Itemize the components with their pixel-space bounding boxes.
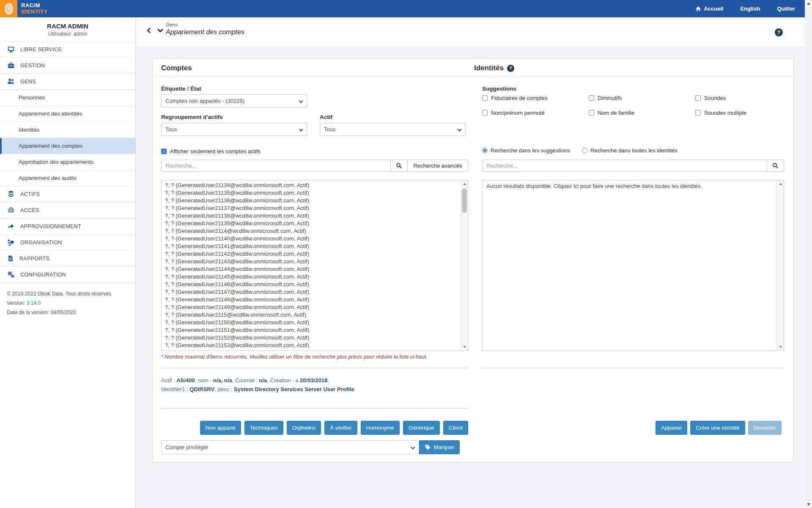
apparier-button[interactable]: Apparier (656, 421, 687, 435)
tag-button-orphelins[interactable]: Orphelins (287, 421, 321, 435)
comptes-search-button[interactable] (390, 160, 408, 172)
search-icon (772, 163, 779, 169)
account-list-item[interactable]: ?, ? (GeneratedUser21148@wcd8w.onmicroso… (165, 296, 461, 304)
page-scrollbar[interactable] (805, 0, 812, 508)
creer-une-identite-button[interactable]: Créer une identité (690, 421, 745, 435)
account-list-item[interactable]: ?, ? (GeneratedUser21146@wcd8w.onmicroso… (165, 281, 461, 288)
show-active-checkbox-row: ✓ Afficher seulement les comptes actifs (161, 148, 261, 155)
advanced-search-button[interactable]: Recherche avancée (407, 160, 468, 172)
mark-select[interactable]: Compte privilégié (161, 440, 419, 454)
account-list-item[interactable]: ?, ? (GeneratedUser21138@wcd8w.onmicroso… (165, 212, 461, 220)
sidebar-item-rapports[interactable]: RAPPORTS (0, 251, 135, 267)
scroll-down-icon[interactable] (777, 343, 784, 351)
account-list-item[interactable]: ?, ? (GeneratedUser21134@wcd8w.onmicroso… (165, 182, 461, 189)
etiquette-select[interactable]: Comptes non appariés - (30229) (161, 94, 307, 108)
account-list-item[interactable]: ?, ? (GeneratedUser21144@wcd8w.onmicroso… (165, 265, 461, 273)
account-list-item[interactable]: ?, ? (GeneratedUser2114@wcd8w.onmicrosof… (165, 227, 461, 235)
account-list-item[interactable]: ?, ? (GeneratedUser21153@wcd8w.onmicroso… (165, 342, 461, 349)
sidebar-item-acces[interactable]: ACCÈS (0, 202, 135, 218)
checkbox-soundex-multiple[interactable] (695, 110, 701, 116)
checkbox-label: Nom/prénom permuté (491, 110, 544, 116)
account-list-item[interactable]: ?, ? (GeneratedUser21149@wcd8w.onmicroso… (165, 304, 461, 311)
regroupement-select[interactable]: Tous (161, 123, 307, 136)
page-help-icon[interactable]: ? (775, 28, 783, 36)
header-nav-label: Accueil (704, 6, 723, 12)
sidebar-item-configuration[interactable]: CONFIGURATION (0, 267, 135, 283)
account-list-item[interactable]: ?, ? (GeneratedUser21150@wcd8w.onmicroso… (165, 319, 461, 326)
account-list-item[interactable]: ?, ? (GeneratedUser21137@wcd8w.onmicroso… (165, 204, 461, 212)
account-list-item[interactable]: ?, ? (GeneratedUser21141@wcd8w.onmicroso… (165, 243, 461, 250)
radio-button[interactable] (582, 148, 587, 153)
page-scroll-down-icon[interactable] (805, 501, 812, 508)
identites-help-icon[interactable]: ? (507, 65, 514, 72)
sidebar-item-appariement-des-audits[interactable]: Appariement des audits (0, 170, 135, 186)
sidebar-item-approbation-des-appariements[interactable]: Approbation des appariements (0, 154, 135, 170)
checkbox-nom-prenom-permute[interactable] (482, 110, 488, 116)
comptes-search-input[interactable] (161, 160, 391, 172)
account-list-item[interactable]: ?, ? (GeneratedUser21140@wcd8w.onmicroso… (165, 235, 461, 243)
account-list-item[interactable]: ?, ? (GeneratedUser21139@wcd8w.onmicroso… (165, 220, 461, 227)
identities-list-scrollbar[interactable] (776, 180, 784, 351)
account-list-item[interactable]: ?, ? (GeneratedUser2115@wcd8w.onmicrosof… (165, 311, 461, 319)
marquer-button[interactable]: Marquer (419, 440, 460, 454)
header-nav-quitter[interactable]: Quitter (777, 6, 795, 12)
accounts-list-scrollbar[interactable] (461, 180, 468, 351)
account-list-item[interactable]: ?, ? (GeneratedUser21142@wcd8w.onmicroso… (165, 250, 461, 258)
checkbox-nom-de-famille[interactable] (589, 110, 594, 116)
account-list-item[interactable]: ?, ? (GeneratedUser21135@wcd8w.onmicroso… (165, 189, 461, 197)
tag-button-a-verifier[interactable]: À vérifier (324, 421, 357, 435)
identites-search-button[interactable] (767, 160, 784, 172)
sidebar-item-personnes[interactable]: Personnes (0, 90, 135, 106)
scroll-up-icon[interactable] (777, 180, 784, 188)
sidebar-item-organisation[interactable]: ORGANISATION (0, 235, 135, 251)
search-scope-radios: Recherche dans les suggestionsRecherche … (482, 147, 678, 154)
account-list-item[interactable]: ?, ? (GeneratedUser21151@wcd8w.onmicroso… (165, 326, 461, 334)
identites-search-input[interactable] (482, 160, 767, 172)
radio-button[interactable] (482, 148, 488, 153)
account-list-item[interactable]: ?, ? (GeneratedUser21147@wcd8w.onmicroso… (165, 288, 461, 296)
radio-recherche-dans-les-suggestions[interactable]: Recherche dans les suggestions (482, 147, 570, 154)
show-active-checkbox[interactable]: ✓ (161, 149, 167, 154)
tag-button-non-apparie[interactable]: Non apparié (200, 421, 241, 435)
sidebar-item-label: APPROVISIONNEMENT (20, 224, 81, 229)
sidebar-item-identites[interactable]: Identités (0, 122, 135, 138)
brand-line1: RAC/M (21, 2, 47, 8)
tag-button-homonyme[interactable]: Homonyme (361, 421, 400, 435)
identities-listbox[interactable]: Aucun résultats disponible. Cliquez ici … (482, 180, 784, 351)
scroll-up-icon[interactable] (461, 180, 468, 188)
chevron-down-icon[interactable] (157, 27, 164, 34)
sidebar-item-appariement-des-comptes[interactable]: Appariement des comptes (0, 138, 135, 154)
sidebar-item-gestion[interactable]: GESTION (0, 58, 135, 74)
scrollbar-thumb[interactable] (462, 188, 467, 213)
account-list-item[interactable]: ?, ? (GeneratedUser21136@wcd8w.onmicroso… (165, 197, 461, 204)
header-nav-accueil[interactable]: Accueil (695, 6, 723, 12)
accounts-listbox[interactable]: ?, ? (GeneratedUser21134@wcd8w.onmicroso… (161, 180, 468, 351)
version-link[interactable]: 3.14.0 (27, 300, 41, 306)
tag-button-generique[interactable]: Générique (403, 421, 440, 435)
checkbox-soundex[interactable] (695, 95, 701, 101)
app-logo[interactable] (0, 0, 17, 17)
tag-button-client[interactable]: Client (443, 421, 468, 435)
page-scroll-up-icon[interactable] (805, 0, 812, 7)
header-nav-english[interactable]: English (740, 6, 760, 12)
detail-value: n/a, n/a (213, 377, 232, 384)
checkbox-fiduciaires-de-comptes[interactable] (482, 95, 488, 101)
account-list-item[interactable]: ?, ? (GeneratedUser21143@wcd8w.onmicroso… (165, 258, 461, 265)
sidebar-item-libre-service[interactable]: LIBRE SERVICE (0, 41, 135, 58)
radio-recherche-dans-toutes-les-identites[interactable]: Recherche dans toutes les identités (582, 147, 678, 154)
account-list-item[interactable]: ?, ? (GeneratedUser21152@wcd8w.onmicroso… (165, 334, 461, 342)
accounts-list: ?, ? (GeneratedUser21134@wcd8w.onmicroso… (162, 180, 461, 351)
actif-select[interactable]: Tous (320, 123, 466, 136)
sidebar-item-appariement-des-identites[interactable]: Appariement des identités (0, 106, 135, 122)
account-list-item[interactable]: ?, ? (GeneratedUser21145@wcd8w.onmicroso… (165, 273, 461, 281)
account-list-item[interactable]: ?, ? (GeneratedUser21154@wcd8w.onmicroso… (165, 349, 461, 351)
sidebar-item-actifs[interactable]: ACTIFS (0, 186, 135, 202)
sidebar-item-gens[interactable]: GENS (0, 74, 135, 90)
checkbox-diminutifs[interactable] (589, 95, 594, 101)
tag-button-techniques[interactable]: Techniques (244, 421, 283, 435)
marquer-button-label: Marquer (434, 444, 454, 450)
scroll-down-icon[interactable] (461, 343, 468, 351)
sidebar-item-approvisionnement[interactable]: APPROVISIONNEMENT (0, 218, 135, 235)
chevron-left-icon[interactable] (146, 27, 152, 34)
identities-empty-message[interactable]: Aucun résultats disponible. Cliquez ici … (486, 183, 702, 189)
